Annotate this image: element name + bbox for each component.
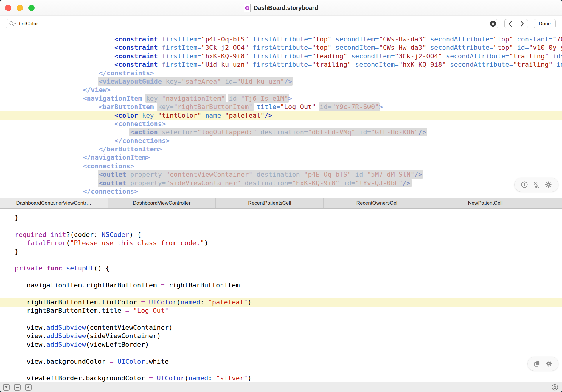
copy-button[interactable] — [533, 360, 541, 368]
lock-button[interactable] — [551, 384, 558, 391]
code-line[interactable]: <connections> — [0, 162, 562, 170]
code-line[interactable]: rightBarButtonItem.title = "Log Out" — [0, 307, 562, 315]
gear-icon — [545, 360, 553, 368]
editor-tab[interactable]: DashboardViewController — [108, 198, 216, 208]
editor-tab[interactable]: NewPatientCell — [431, 198, 539, 208]
find-next-button[interactable] — [516, 19, 528, 28]
code-line[interactable] — [0, 222, 562, 230]
code-line[interactable]: <constraint firstItem="hxK-KQ-9i8" first… — [0, 52, 562, 60]
code-line[interactable] — [0, 290, 562, 298]
editor-tab-filler — [539, 198, 562, 208]
code-line[interactable]: navigationItem.rightBarButtonItem = righ… — [0, 281, 562, 290]
code-line[interactable]: viewLeftBorder.backgroundColor = UIColor… — [0, 374, 562, 382]
code-line[interactable]: <viewLayoutGuide key="safeArea" id="Uid-… — [0, 77, 562, 86]
code-line[interactable]: } — [0, 248, 562, 256]
code-line[interactable]: </connections> — [0, 137, 562, 145]
find-result-highlight: id="Tj6-Is-e1M" — [228, 94, 289, 103]
code-line[interactable]: </navigationItem> — [0, 153, 562, 162]
find-input[interactable] — [17, 21, 490, 27]
search-icon — [8, 21, 17, 27]
xcode-window: DashBoard.storyboard — [0, 0, 562, 392]
chevron-right-icon — [519, 21, 525, 27]
copy-icon — [533, 360, 541, 368]
storyboard-source-editor[interactable]: <constraint firstItem="p4E-Oq-bTS" first… — [0, 32, 562, 198]
lock-icon — [551, 384, 558, 391]
code-line[interactable]: <navigationItem key="navigationItem" id=… — [0, 94, 562, 103]
code-line[interactable]: rightBarButtonItem.tintColor = UIColor(n… — [0, 298, 562, 307]
chevron-left-icon — [508, 21, 513, 27]
storyboard-file-icon — [244, 4, 251, 12]
editor-tab[interactable]: RecentOwnersCell — [324, 198, 431, 208]
editor-tab[interactable]: RecentPatientsCell — [216, 198, 324, 208]
settings-button-2[interactable] — [545, 360, 553, 368]
settings-button[interactable] — [544, 181, 552, 189]
code-line[interactable]: </connections> — [0, 187, 562, 196]
code-line[interactable]: view.addSubview(viewLeftBorder) — [0, 340, 562, 349]
code-line[interactable]: <color key="tintColor" name="paleTeal"/> — [0, 111, 562, 120]
code-line[interactable] — [0, 315, 562, 323]
find-result-highlight: key="rightBarButtonItem" — [157, 102, 254, 111]
editor-tab-label: RecentPatientsCell — [248, 200, 291, 206]
editor-tab-label: DashboardViewController — [133, 200, 190, 206]
code-line[interactable] — [0, 349, 562, 357]
editor-tab[interactable]: DashboardContainerViewContr… — [0, 198, 108, 208]
code-line[interactable]: view.addSubview(sideViewContainer) — [0, 332, 562, 340]
collapse-button[interactable] — [14, 384, 21, 391]
find-result-highlight: id="Y9c-7R-Sw0" — [319, 102, 380, 111]
find-result-highlight: <action selector="logOutTapped:" destina… — [129, 128, 427, 136]
bottom-bar — [0, 382, 562, 392]
code-line[interactable]: <constraint firstItem="Uid-ku-uzn" first… — [0, 60, 562, 69]
title-group: DashBoard.storyboard — [0, 0, 562, 16]
close-icon — [490, 21, 496, 27]
done-button[interactable]: Done — [534, 19, 556, 28]
code-line[interactable]: view.backgroundColor = UIColor.white — [0, 357, 562, 366]
code-line[interactable]: <action selector="logOutTapped:" destina… — [0, 128, 562, 136]
find-result-highlight: key="navigationItem" — [145, 94, 226, 103]
code-line[interactable]: <outlet property="contentViewContainer" … — [0, 170, 562, 179]
find-bar: Done — [0, 16, 562, 32]
window-title: DashBoard.storyboard — [254, 4, 318, 11]
code-line[interactable]: private func setupUI() { — [0, 264, 562, 273]
code-line[interactable]: fatalError("Please use this class from c… — [0, 239, 562, 247]
down-triangle-icon — [5, 386, 8, 388]
code-line[interactable]: </constraints> — [0, 69, 562, 77]
code-line[interactable] — [0, 366, 562, 374]
up-triangle-icon — [27, 386, 30, 388]
code-line[interactable]: <constraint firstItem="3Ck-j2-OO4" first… — [0, 43, 562, 52]
code-line[interactable]: } — [0, 214, 562, 222]
lightbulb-slash-icon — [532, 181, 540, 189]
editor-tab-label: DashboardContainerViewContr… — [16, 200, 91, 206]
find-navigation — [504, 19, 528, 28]
jump-down-button[interactable] — [3, 384, 10, 391]
clear-search-button[interactable] — [490, 21, 496, 27]
editor-overlay-controls-lower — [528, 357, 558, 371]
code-line[interactable] — [0, 273, 562, 281]
search-field[interactable] — [6, 19, 498, 28]
editor-overlay-controls-upper — [515, 178, 558, 192]
editor-tab-label: RecentOwnersCell — [356, 200, 399, 206]
find-result-highlight: <viewLayoutGuide key="safeArea" id="Uid-… — [98, 77, 293, 86]
code-line[interactable]: <outlet property="sideViewContainer" des… — [0, 179, 562, 187]
info-button[interactable] — [521, 181, 528, 189]
code-line[interactable]: </barButtonItem> — [0, 145, 562, 153]
info-icon — [521, 181, 528, 189]
code-line[interactable]: view.addSubview(contentViewContainer) — [0, 323, 562, 332]
jump-up-button[interactable] — [25, 384, 32, 391]
editor-tab-bar: DashboardContainerViewContr…DashboardVie… — [0, 198, 562, 209]
code-line[interactable]: <barButtonItem key="rightBarButtonItem" … — [0, 103, 562, 111]
code-line[interactable]: <connections> — [0, 120, 562, 128]
editor-tab-label: NewPatientCell — [468, 200, 502, 206]
quick-help-button[interactable] — [532, 181, 540, 189]
window-titlebar: DashBoard.storyboard — [0, 0, 562, 16]
minus-icon — [16, 387, 19, 388]
gear-icon — [544, 181, 552, 189]
find-previous-button[interactable] — [505, 19, 516, 28]
find-result-highlight: <outlet property="sideViewContainer" des… — [98, 179, 411, 187]
code-line[interactable]: required init?(coder: NSCoder) { — [0, 231, 562, 239]
find-result-highlight: <outlet property="contentViewContainer" … — [98, 170, 423, 179]
swift-source-editor[interactable]: } required init?(coder: NSCoder) { fatal… — [0, 209, 562, 382]
code-line[interactable]: </view> — [0, 86, 562, 94]
code-line[interactable]: <constraint firstItem="p4E-Oq-bTS" first… — [0, 35, 562, 43]
code-line[interactable] — [0, 256, 562, 264]
